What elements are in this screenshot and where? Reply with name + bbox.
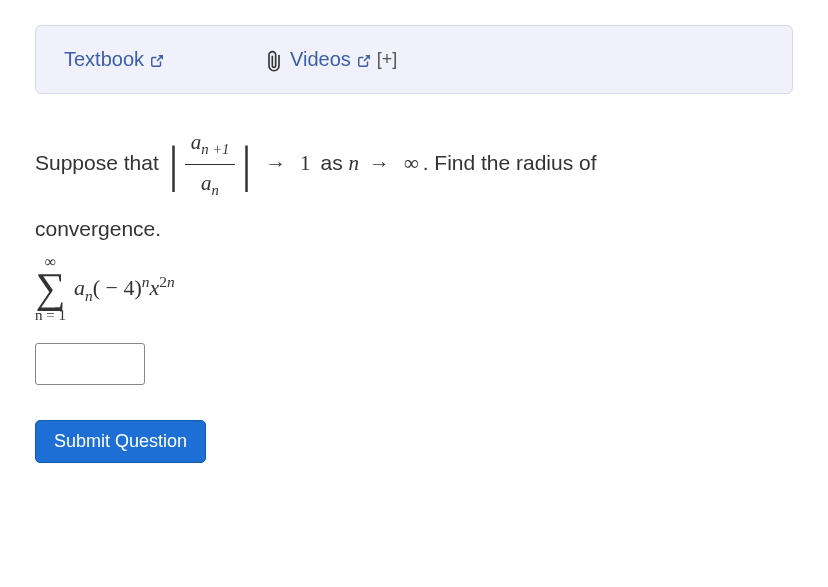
problem-statement: Suppose that | an +1 an | → 1 as n → ∞. …: [35, 124, 793, 204]
abs-bar-right: |: [237, 139, 255, 189]
intro-text: Suppose that: [35, 151, 165, 174]
videos-link[interactable]: Videos [+]: [264, 48, 397, 71]
find-text: . Find the radius of: [423, 151, 597, 174]
attachment-icon: [264, 48, 284, 71]
expand-badge[interactable]: [+]: [377, 49, 398, 70]
external-link-icon: [357, 48, 371, 71]
textbook-label: Textbook: [64, 48, 144, 71]
as-text: as: [320, 151, 348, 174]
textbook-link[interactable]: Textbook: [64, 48, 164, 71]
fraction: an +1 an: [183, 124, 238, 204]
videos-label: Videos: [290, 48, 351, 71]
arrow-op-2: →: [365, 151, 394, 175]
series-expression: ∞ ∑ n = 1 an( − 4)nx2n: [35, 254, 793, 323]
infinity-symbol: ∞: [400, 151, 423, 175]
sigma-symbol: ∑: [36, 270, 66, 308]
sigma-lower: n = 1: [35, 308, 66, 323]
abs-bar-left: |: [165, 139, 183, 189]
answer-input[interactable]: [35, 343, 145, 385]
numerator: an +1: [185, 124, 236, 165]
series-term: an( − 4)nx2n: [66, 273, 175, 305]
resources-box: Textbook Videos [+]: [35, 25, 793, 94]
abs-fraction: | an +1 an |: [165, 124, 256, 204]
arrow-op: →: [261, 151, 290, 175]
limit-value: 1: [296, 151, 315, 175]
external-link-icon: [150, 48, 164, 71]
n-var: n: [348, 151, 359, 175]
submit-button[interactable]: Submit Question: [35, 420, 206, 463]
convergence-text: convergence.: [35, 212, 793, 246]
sigma-block: ∞ ∑ n = 1: [35, 254, 66, 323]
denominator: an: [195, 165, 225, 205]
